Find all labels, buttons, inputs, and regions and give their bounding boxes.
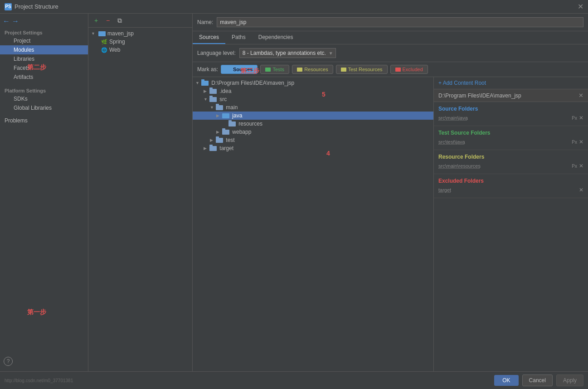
excluded-folders-section: Excluded Folders target ✕ [434, 174, 588, 198]
sidebar-item-libraries[interactable]: Libraries [0, 54, 88, 63]
sidebar-item-problems[interactable]: Problems [0, 116, 88, 125]
expand-target-icon: ▶ [204, 146, 208, 151]
expand-resources-icon [223, 122, 227, 126]
lang-level-row: Language level: 8 - Lambdas, type annota… [193, 44, 588, 62]
mark-tests-button[interactable]: Tests [260, 65, 289, 74]
mark-sources-button[interactable]: Sources [221, 65, 258, 74]
add-module-button[interactable]: + [91, 15, 101, 25]
root-path-label: D:\Program Files\IDEA\maven_jsp [210, 80, 294, 86]
info-panel: + Add Content Root D:\Program Files\IDEA… [434, 77, 588, 371]
cancel-button[interactable]: Cancel [522, 374, 553, 386]
test-resources-folder-icon [341, 68, 346, 72]
tree-root[interactable]: ▼ D:\Program Files\IDEA\maven_jsp [193, 79, 433, 87]
excluded-folder-icon [395, 68, 401, 72]
module-tree: ▼ maven_jsp 🌿 Spring 🌐 Web [88, 28, 192, 371]
mark-as-label: Mark as: [197, 66, 218, 73]
source-folders-title: Source Folders [438, 106, 583, 112]
copy-module-button[interactable]: ⧉ [115, 15, 125, 25]
tree-idea[interactable]: ▶ .idea [193, 87, 433, 95]
tree-src[interactable]: ▼ src [193, 95, 433, 103]
source-folder-px-button[interactable]: Px [572, 116, 577, 121]
main-label: main [224, 104, 238, 111]
apply-button[interactable]: Apply [556, 374, 583, 386]
sidebar-item-facets[interactable]: Facets [0, 63, 88, 73]
ok-button[interactable]: OK [494, 375, 518, 386]
tab-sources[interactable]: Sources [193, 31, 225, 44]
source-folder-entry: src\main\java Px ✕ [438, 114, 583, 122]
module-name: maven_jsp [107, 30, 134, 37]
platform-settings-section-label: Platform Settings [0, 85, 88, 94]
test-source-folder-remove-button[interactable]: ✕ [579, 139, 583, 145]
tree-java[interactable]: ▶ java [193, 112, 433, 120]
test-source-folder-actions: Px ✕ [572, 139, 583, 145]
tab-dependencies[interactable]: Dependencies [252, 31, 300, 44]
content-root-path: D:\Program Files\IDEA\maven_jsp ✕ [434, 89, 588, 102]
sidebar-item-modules[interactable]: Modules [0, 45, 88, 54]
tree-test[interactable]: ▶ test [193, 136, 433, 144]
remove-content-root-button[interactable]: ✕ [578, 92, 583, 99]
expand-main-icon: ▼ [210, 105, 214, 110]
test-source-folder-path: src\test\java [438, 139, 465, 145]
excluded-folder-remove-button[interactable]: ✕ [579, 187, 583, 193]
webapp-folder-icon [222, 130, 229, 135]
expand-idea-icon: ▶ [204, 89, 208, 93]
file-tree: ▼ D:\Program Files\IDEA\maven_jsp ▶ .ide… [193, 77, 434, 371]
sidebar-item-sdks[interactable]: SDKs [0, 94, 88, 103]
help-button[interactable]: ? [4, 357, 13, 366]
module-spring-item[interactable]: 🌿 Spring [88, 38, 192, 46]
tree-resources[interactable]: resources [193, 120, 433, 128]
tree-target[interactable]: ▶ target [193, 144, 433, 152]
language-level-select-wrapper: 8 - Lambdas, type annotations etc. ▼ [239, 48, 336, 58]
spring-icon: 🌿 [101, 39, 107, 45]
module-web-item[interactable]: 🌐 Web [88, 46, 192, 54]
info-header: + Add Content Root [434, 77, 588, 89]
resource-folder-px-button[interactable]: Px [572, 164, 577, 169]
mark-resources-button[interactable]: Resources [292, 65, 333, 74]
tree-webapp[interactable]: ▶ webapp [193, 128, 433, 136]
excluded-folder-entry: target ✕ [438, 186, 583, 194]
resource-folder-remove-button[interactable]: ✕ [579, 163, 583, 169]
language-level-label: Language level: [197, 50, 236, 56]
tab-paths[interactable]: Paths [225, 31, 252, 44]
root-folder-icon [201, 81, 209, 86]
mark-test-resources-button[interactable]: Test Resources [336, 65, 388, 74]
app-icon: PS [5, 3, 12, 10]
resources-folder-icon [228, 122, 236, 126]
mark-excluded-button[interactable]: Excluded [390, 65, 428, 74]
nav-forward-button[interactable]: → [12, 17, 19, 25]
test-source-folders-title: Test Source Folders [438, 130, 583, 136]
title-bar: PS Project Structure ✕ [0, 0, 588, 14]
sidebar: ← → Project Settings Project Modules Lib… [0, 14, 88, 371]
close-button[interactable]: ✕ [578, 3, 583, 10]
project-settings-section-label: Project Settings [0, 27, 88, 36]
tabs-row: Sources Paths Dependencies [193, 31, 588, 44]
bottom-bar: http://blog.csdn.net/m0_37701381 OK Canc… [0, 371, 588, 389]
sidebar-item-project[interactable]: Project [0, 36, 88, 45]
excluded-folder-actions: ✕ [579, 187, 583, 193]
tests-folder-icon [265, 68, 271, 72]
resources-label: resources [237, 121, 262, 127]
excluded-folder-path: target [438, 187, 451, 193]
source-folders-section: Source Folders src\main\java Px ✕ [434, 102, 588, 126]
src-label: src [218, 96, 227, 102]
test-source-folder-px-button[interactable]: Px [572, 140, 577, 145]
idea-folder-icon [209, 89, 217, 94]
excluded-folders-title: Excluded Folders [438, 178, 583, 184]
remove-module-button[interactable]: − [103, 15, 113, 25]
resource-folders-title: Resource Folders [438, 154, 583, 160]
expand-root-icon: ▼ [195, 81, 200, 85]
module-root-item[interactable]: ▼ maven_jsp [88, 29, 192, 38]
name-input[interactable] [217, 17, 583, 27]
resource-folder-entry: src\main\resources Px ✕ [438, 162, 583, 170]
content-area: Name: Sources Paths Dependencies Languag… [193, 14, 588, 371]
java-label: java [231, 112, 242, 119]
expand-arrow-icon: ▼ [91, 31, 97, 36]
add-content-root-button[interactable]: + Add Content Root [438, 80, 486, 86]
source-folder-remove-button[interactable]: ✕ [579, 115, 583, 121]
language-level-select[interactable]: 8 - Lambdas, type annotations etc. [239, 48, 336, 58]
sidebar-item-global-libraries[interactable]: Global Libraries [0, 103, 88, 112]
sidebar-item-artifacts[interactable]: Artifacts [0, 73, 88, 82]
nav-back-button[interactable]: ← [3, 17, 10, 25]
tree-main[interactable]: ▼ main [193, 103, 433, 112]
test-label: test [224, 137, 235, 143]
